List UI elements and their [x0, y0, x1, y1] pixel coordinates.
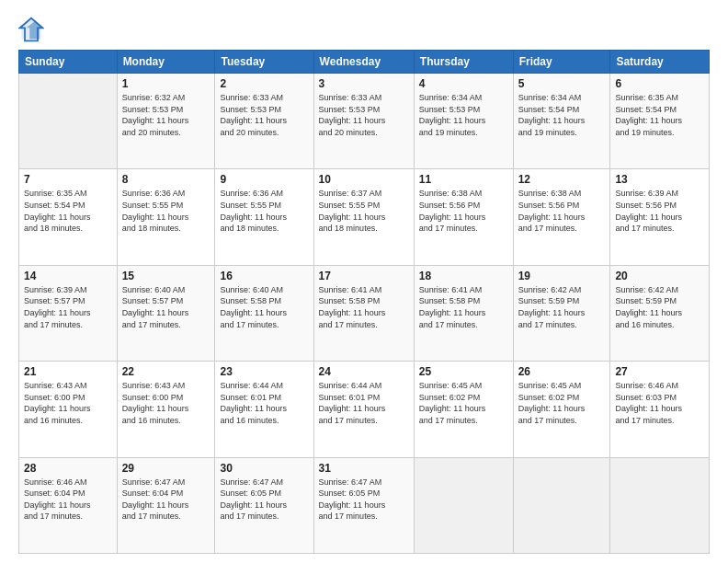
day-number: 17	[319, 270, 409, 282]
week-row-2: 7Sunrise: 6:35 AM Sunset: 5:54 PM Daylig…	[19, 169, 710, 265]
day-info: Sunrise: 6:47 AM Sunset: 6:05 PM Dayligh…	[220, 477, 308, 523]
day-number: 10	[319, 173, 409, 186]
day-number: 11	[419, 173, 508, 186]
calendar-cell: 22Sunrise: 6:43 AM Sunset: 6:00 PM Dayli…	[117, 362, 215, 457]
day-info: Sunrise: 6:44 AM Sunset: 6:01 PM Dayligh…	[220, 380, 308, 426]
day-info: Sunrise: 6:41 AM Sunset: 5:58 PM Dayligh…	[419, 284, 508, 330]
day-number: 3	[319, 77, 409, 90]
calendar-cell	[513, 457, 610, 553]
page: SundayMondayTuesdayWednesdayThursdayFrid…	[0, 0, 728, 563]
day-number: 24	[319, 365, 409, 378]
day-info: Sunrise: 6:42 AM Sunset: 5:59 PM Dayligh…	[518, 284, 606, 330]
day-number: 29	[122, 462, 210, 475]
day-number: 27	[615, 365, 704, 378]
calendar-cell: 23Sunrise: 6:44 AM Sunset: 6:01 PM Dayli…	[215, 362, 313, 457]
day-number: 20	[615, 270, 704, 282]
calendar-cell: 28Sunrise: 6:46 AM Sunset: 6:04 PM Dayli…	[19, 457, 118, 553]
calendar-cell: 11Sunrise: 6:38 AM Sunset: 5:56 PM Dayli…	[414, 169, 513, 265]
day-number: 19	[518, 270, 606, 282]
calendar-cell: 30Sunrise: 6:47 AM Sunset: 6:05 PM Dayli…	[215, 457, 313, 553]
day-info: Sunrise: 6:47 AM Sunset: 6:05 PM Dayligh…	[319, 477, 409, 523]
calendar-cell: 7Sunrise: 6:35 AM Sunset: 5:54 PM Daylig…	[19, 169, 118, 265]
day-number: 12	[518, 173, 606, 186]
calendar-cell: 21Sunrise: 6:43 AM Sunset: 6:00 PM Dayli…	[19, 362, 118, 457]
day-info: Sunrise: 6:35 AM Sunset: 5:54 PM Dayligh…	[24, 188, 112, 234]
day-number: 21	[24, 365, 112, 378]
day-number: 25	[419, 365, 508, 378]
calendar-cell	[19, 74, 118, 169]
calendar-cell: 17Sunrise: 6:41 AM Sunset: 5:58 PM Dayli…	[313, 265, 414, 361]
day-number: 15	[122, 270, 210, 282]
calendar-table: SundayMondayTuesdayWednesdayThursdayFrid…	[18, 50, 710, 554]
calendar-cell: 10Sunrise: 6:37 AM Sunset: 5:55 PM Dayli…	[313, 169, 414, 265]
day-info: Sunrise: 6:43 AM Sunset: 6:00 PM Dayligh…	[24, 380, 112, 426]
calendar-body: 1Sunrise: 6:32 AM Sunset: 5:53 PM Daylig…	[19, 74, 710, 554]
calendar-cell: 15Sunrise: 6:40 AM Sunset: 5:57 PM Dayli…	[117, 265, 215, 361]
day-info: Sunrise: 6:36 AM Sunset: 5:55 PM Dayligh…	[220, 188, 308, 234]
day-number: 1	[122, 77, 210, 90]
logo-icon	[18, 17, 44, 42]
calendar-cell: 16Sunrise: 6:40 AM Sunset: 5:58 PM Dayli…	[215, 265, 313, 361]
week-row-1: 1Sunrise: 6:32 AM Sunset: 5:53 PM Daylig…	[19, 74, 710, 169]
day-info: Sunrise: 6:46 AM Sunset: 6:03 PM Dayligh…	[615, 380, 704, 426]
day-header-saturday: Saturday	[610, 51, 710, 74]
day-info: Sunrise: 6:45 AM Sunset: 6:02 PM Dayligh…	[419, 380, 508, 426]
header	[18, 17, 710, 42]
day-number: 2	[220, 77, 308, 90]
calendar-cell: 3Sunrise: 6:33 AM Sunset: 5:53 PM Daylig…	[313, 74, 414, 169]
calendar-cell: 13Sunrise: 6:39 AM Sunset: 5:56 PM Dayli…	[610, 169, 710, 265]
day-info: Sunrise: 6:42 AM Sunset: 5:59 PM Dayligh…	[615, 284, 704, 330]
day-number: 14	[24, 270, 112, 282]
calendar-cell: 26Sunrise: 6:45 AM Sunset: 6:02 PM Dayli…	[513, 362, 610, 457]
day-header-monday: Monday	[117, 51, 215, 74]
day-number: 13	[615, 173, 704, 186]
day-header-tuesday: Tuesday	[215, 51, 313, 74]
calendar-cell: 9Sunrise: 6:36 AM Sunset: 5:55 PM Daylig…	[215, 169, 313, 265]
day-info: Sunrise: 6:38 AM Sunset: 5:56 PM Dayligh…	[518, 188, 606, 234]
calendar-cell: 19Sunrise: 6:42 AM Sunset: 5:59 PM Dayli…	[513, 265, 610, 361]
day-header-friday: Friday	[513, 51, 610, 74]
day-info: Sunrise: 6:44 AM Sunset: 6:01 PM Dayligh…	[319, 380, 409, 426]
header-row: SundayMondayTuesdayWednesdayThursdayFrid…	[19, 51, 710, 74]
day-number: 4	[419, 77, 508, 90]
calendar-cell: 8Sunrise: 6:36 AM Sunset: 5:55 PM Daylig…	[117, 169, 215, 265]
calendar-cell	[610, 457, 710, 553]
day-info: Sunrise: 6:37 AM Sunset: 5:55 PM Dayligh…	[319, 188, 409, 234]
calendar-cell: 2Sunrise: 6:33 AM Sunset: 5:53 PM Daylig…	[215, 74, 313, 169]
day-number: 9	[220, 173, 308, 186]
day-info: Sunrise: 6:35 AM Sunset: 5:54 PM Dayligh…	[615, 92, 704, 138]
day-info: Sunrise: 6:39 AM Sunset: 5:56 PM Dayligh…	[615, 188, 704, 234]
day-info: Sunrise: 6:47 AM Sunset: 6:04 PM Dayligh…	[122, 477, 210, 523]
day-number: 31	[319, 462, 409, 475]
day-info: Sunrise: 6:33 AM Sunset: 5:53 PM Dayligh…	[319, 92, 409, 138]
calendar-cell	[414, 457, 513, 553]
day-info: Sunrise: 6:45 AM Sunset: 6:02 PM Dayligh…	[518, 380, 606, 426]
week-row-5: 28Sunrise: 6:46 AM Sunset: 6:04 PM Dayli…	[19, 457, 710, 553]
day-number: 28	[24, 462, 112, 475]
day-info: Sunrise: 6:34 AM Sunset: 5:54 PM Dayligh…	[518, 92, 606, 138]
week-row-3: 14Sunrise: 6:39 AM Sunset: 5:57 PM Dayli…	[19, 265, 710, 361]
calendar-cell: 12Sunrise: 6:38 AM Sunset: 5:56 PM Dayli…	[513, 169, 610, 265]
calendar-cell: 14Sunrise: 6:39 AM Sunset: 5:57 PM Dayli…	[19, 265, 118, 361]
day-info: Sunrise: 6:39 AM Sunset: 5:57 PM Dayligh…	[24, 284, 112, 330]
day-header-sunday: Sunday	[19, 51, 118, 74]
calendar-cell: 29Sunrise: 6:47 AM Sunset: 6:04 PM Dayli…	[117, 457, 215, 553]
day-number: 30	[220, 462, 308, 475]
day-info: Sunrise: 6:43 AM Sunset: 6:00 PM Dayligh…	[122, 380, 210, 426]
calendar-cell: 4Sunrise: 6:34 AM Sunset: 5:53 PM Daylig…	[414, 74, 513, 169]
calendar-cell: 18Sunrise: 6:41 AM Sunset: 5:58 PM Dayli…	[414, 265, 513, 361]
day-number: 5	[518, 77, 606, 90]
day-info: Sunrise: 6:36 AM Sunset: 5:55 PM Dayligh…	[122, 188, 210, 234]
day-number: 18	[419, 270, 508, 282]
day-info: Sunrise: 6:34 AM Sunset: 5:53 PM Dayligh…	[419, 92, 508, 138]
day-header-wednesday: Wednesday	[313, 51, 414, 74]
week-row-4: 21Sunrise: 6:43 AM Sunset: 6:00 PM Dayli…	[19, 362, 710, 457]
calendar-header: SundayMondayTuesdayWednesdayThursdayFrid…	[19, 51, 710, 74]
calendar-cell: 25Sunrise: 6:45 AM Sunset: 6:02 PM Dayli…	[414, 362, 513, 457]
day-info: Sunrise: 6:33 AM Sunset: 5:53 PM Dayligh…	[220, 92, 308, 138]
calendar-cell: 31Sunrise: 6:47 AM Sunset: 6:05 PM Dayli…	[313, 457, 414, 553]
day-number: 8	[122, 173, 210, 186]
day-info: Sunrise: 6:40 AM Sunset: 5:57 PM Dayligh…	[122, 284, 210, 330]
day-number: 26	[518, 365, 606, 378]
day-number: 16	[220, 270, 308, 282]
